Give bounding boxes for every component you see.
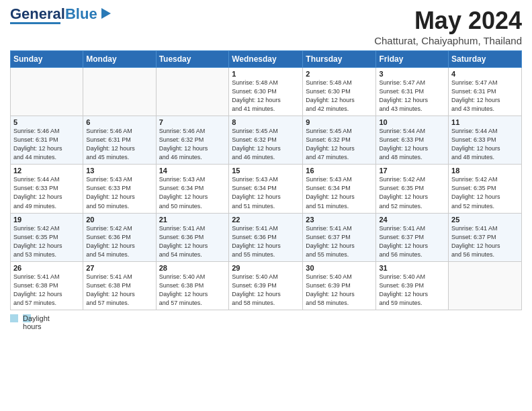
day-number: 9 [306,118,373,126]
day-number: 2 [306,70,373,78]
day-number: 30 [306,264,373,272]
day-info: Sunrise: 5:43 AM Sunset: 6:34 PM Dayligh… [306,175,373,210]
day-info: Sunrise: 5:41 AM Sunset: 6:36 PM Dayligh… [159,224,226,259]
day-info: Sunrise: 5:41 AM Sunset: 6:38 PM Dayligh… [13,273,80,308]
day-number: 3 [379,70,445,78]
daylight-color-swatch [10,314,18,322]
day-number: 14 [159,167,226,175]
calendar-cell: 10Sunrise: 5:44 AM Sunset: 6:33 PM Dayli… [376,116,449,165]
calendar-cell: 30Sunrise: 5:40 AM Sunset: 6:39 PM Dayli… [303,261,376,310]
day-info: Sunrise: 5:40 AM Sunset: 6:38 PM Dayligh… [159,273,226,308]
calendar-cell: 20Sunrise: 5:42 AM Sunset: 6:36 PM Dayli… [83,213,156,261]
day-info: Sunrise: 5:44 AM Sunset: 6:33 PM Dayligh… [451,127,519,162]
calendar-table: SundayMondayTuesdayWednesdayThursdayFrid… [10,50,522,310]
day-number: 12 [13,167,80,175]
column-header-thursday: Thursday [303,51,376,68]
calendar-cell: 31Sunrise: 5:40 AM Sunset: 6:39 PM Dayli… [376,261,449,310]
day-number: 10 [379,118,445,126]
day-number: 29 [232,264,300,272]
day-number: 18 [451,167,519,175]
calendar-cell: 4Sunrise: 5:47 AM Sunset: 6:31 PM Daylig… [449,68,522,116]
column-header-monday: Monday [83,51,156,68]
day-number: 19 [13,216,80,224]
calendar-cell: 18Sunrise: 5:42 AM Sunset: 6:35 PM Dayli… [449,165,522,213]
calendar-week-row: 1Sunrise: 5:48 AM Sunset: 6:30 PM Daylig… [11,68,522,116]
calendar-cell: 5Sunrise: 5:46 AM Sunset: 6:31 PM Daylig… [11,116,83,165]
calendar-cell: 21Sunrise: 5:41 AM Sunset: 6:36 PM Dayli… [156,213,229,261]
calendar-cell: 6Sunrise: 5:46 AM Sunset: 6:31 PM Daylig… [83,116,156,165]
calendar-cell: 12Sunrise: 5:44 AM Sunset: 6:33 PM Dayli… [11,165,83,213]
day-number: 24 [379,216,445,224]
calendar-cell: 24Sunrise: 5:41 AM Sunset: 6:37 PM Dayli… [376,213,449,261]
daylight-label: Daylight hours [23,314,31,322]
calendar-cell: 19Sunrise: 5:42 AM Sunset: 6:35 PM Dayli… [11,213,83,261]
day-number: 5 [13,118,80,126]
calendar-cell [11,68,83,116]
calendar-week-row: 12Sunrise: 5:44 AM Sunset: 6:33 PM Dayli… [11,165,522,213]
day-number: 28 [159,264,226,272]
day-info: Sunrise: 5:41 AM Sunset: 6:38 PM Dayligh… [86,273,152,308]
day-info: Sunrise: 5:42 AM Sunset: 6:35 PM Dayligh… [451,175,519,210]
calendar-week-row: 26Sunrise: 5:41 AM Sunset: 6:38 PM Dayli… [11,261,522,310]
day-info: Sunrise: 5:48 AM Sunset: 6:30 PM Dayligh… [232,79,300,113]
day-number: 1 [232,70,300,78]
calendar-cell: 22Sunrise: 5:41 AM Sunset: 6:36 PM Dayli… [229,213,303,261]
day-number: 17 [379,167,445,175]
day-info: Sunrise: 5:41 AM Sunset: 6:37 PM Dayligh… [379,224,445,259]
sub-title: Chatturat, Chaiyaphum, Thailand [374,35,522,46]
day-info: Sunrise: 5:48 AM Sunset: 6:30 PM Dayligh… [306,79,373,113]
calendar-cell: 11Sunrise: 5:44 AM Sunset: 6:33 PM Dayli… [449,116,522,165]
day-number: 22 [232,216,300,224]
day-info: Sunrise: 5:43 AM Sunset: 6:33 PM Dayligh… [86,175,152,210]
day-number: 11 [451,118,519,126]
day-number: 13 [86,167,152,175]
calendar-cell: 9Sunrise: 5:45 AM Sunset: 6:32 PM Daylig… [303,116,376,165]
logo: GeneralBlue [10,7,114,24]
calendar-week-row: 5Sunrise: 5:46 AM Sunset: 6:31 PM Daylig… [11,116,522,165]
day-info: Sunrise: 5:44 AM Sunset: 6:33 PM Dayligh… [379,127,445,162]
day-info: Sunrise: 5:40 AM Sunset: 6:39 PM Dayligh… [306,273,373,308]
day-number: 26 [13,264,80,272]
column-header-sunday: Sunday [11,51,83,68]
day-info: Sunrise: 5:41 AM Sunset: 6:36 PM Dayligh… [232,224,300,259]
logo-text: GeneralBlue [10,7,97,21]
day-number: 31 [379,264,445,272]
day-info: Sunrise: 5:40 AM Sunset: 6:39 PM Dayligh… [379,273,445,308]
day-number: 16 [306,167,373,175]
calendar-cell: 7Sunrise: 5:46 AM Sunset: 6:32 PM Daylig… [156,116,229,165]
day-info: Sunrise: 5:47 AM Sunset: 6:31 PM Dayligh… [451,79,519,113]
day-info: Sunrise: 5:46 AM Sunset: 6:31 PM Dayligh… [86,127,152,162]
day-info: Sunrise: 5:45 AM Sunset: 6:32 PM Dayligh… [306,127,373,162]
calendar-cell: 3Sunrise: 5:47 AM Sunset: 6:31 PM Daylig… [376,68,449,116]
calendar-cell: 2Sunrise: 5:48 AM Sunset: 6:30 PM Daylig… [303,68,376,116]
calendar-header-row: SundayMondayTuesdayWednesdayThursdayFrid… [11,51,522,68]
calendar-cell [156,68,229,116]
day-number: 8 [232,118,300,126]
logo-arrow-icon [99,6,114,21]
calendar-cell: 8Sunrise: 5:45 AM Sunset: 6:32 PM Daylig… [229,116,303,165]
column-header-wednesday: Wednesday [229,51,303,68]
day-info: Sunrise: 5:42 AM Sunset: 6:35 PM Dayligh… [13,224,80,259]
day-number: 4 [451,70,519,78]
day-info: Sunrise: 5:41 AM Sunset: 6:37 PM Dayligh… [306,224,373,259]
day-info: Sunrise: 5:41 AM Sunset: 6:37 PM Dayligh… [451,224,519,259]
day-info: Sunrise: 5:43 AM Sunset: 6:34 PM Dayligh… [232,175,300,210]
footer-note: Daylight hours [10,314,522,322]
calendar-cell: 16Sunrise: 5:43 AM Sunset: 6:34 PM Dayli… [303,165,376,213]
calendar-cell [83,68,156,116]
calendar-cell: 13Sunrise: 5:43 AM Sunset: 6:33 PM Dayli… [83,165,156,213]
day-number: 27 [86,264,152,272]
calendar-cell: 25Sunrise: 5:41 AM Sunset: 6:37 PM Dayli… [449,213,522,261]
day-info: Sunrise: 5:42 AM Sunset: 6:35 PM Dayligh… [379,175,445,210]
day-info: Sunrise: 5:44 AM Sunset: 6:33 PM Dayligh… [13,175,80,210]
day-number: 15 [232,167,300,175]
column-header-friday: Friday [376,51,449,68]
day-info: Sunrise: 5:47 AM Sunset: 6:31 PM Dayligh… [379,79,445,113]
day-number: 7 [159,118,226,126]
calendar-cell: 15Sunrise: 5:43 AM Sunset: 6:34 PM Dayli… [229,165,303,213]
day-info: Sunrise: 5:40 AM Sunset: 6:39 PM Dayligh… [232,273,300,308]
day-number: 20 [86,216,152,224]
calendar-cell: 28Sunrise: 5:40 AM Sunset: 6:38 PM Dayli… [156,261,229,310]
day-info: Sunrise: 5:45 AM Sunset: 6:32 PM Dayligh… [232,127,300,162]
calendar-cell: 26Sunrise: 5:41 AM Sunset: 6:38 PM Dayli… [11,261,83,310]
